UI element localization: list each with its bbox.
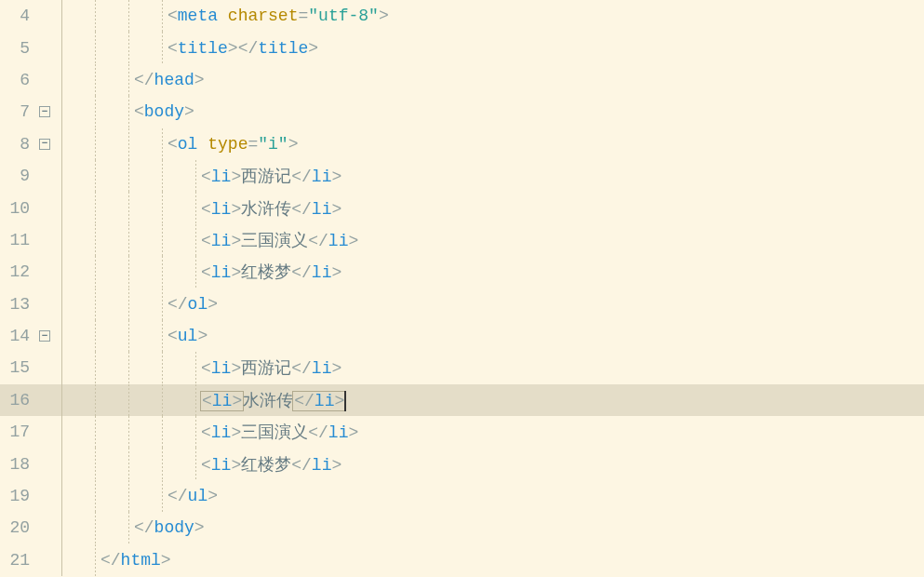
code-line[interactable]: 12<li>红楼梦</li> xyxy=(0,256,924,288)
token-string: "utf-8" xyxy=(308,7,379,25)
token-tag: li xyxy=(211,423,232,442)
code-content[interactable]: <li>红楼梦</li> xyxy=(201,261,341,283)
indent-guide xyxy=(95,32,96,63)
indent-guide xyxy=(95,480,96,512)
token-punct: < xyxy=(167,327,178,345)
indent-guide xyxy=(95,256,96,288)
indent-guides xyxy=(54,288,167,320)
code-content[interactable]: </ol> xyxy=(167,295,218,314)
indent-guide xyxy=(95,160,96,192)
indent-guide xyxy=(95,512,96,543)
token-punct: > xyxy=(331,263,341,282)
token-punct: </ xyxy=(134,518,154,537)
indent-guide xyxy=(162,160,163,192)
token-text: 水浒传 xyxy=(241,200,291,219)
token-tag: li xyxy=(211,232,232,250)
code-line[interactable]: 18<li>红楼梦</li> xyxy=(0,448,924,479)
token-punct: < xyxy=(201,232,211,250)
fold-minus-icon[interactable]: − xyxy=(39,139,50,150)
indent-guide xyxy=(195,352,196,383)
token-punct: </ xyxy=(291,168,312,186)
code-content[interactable]: </head> xyxy=(134,71,205,89)
code-content[interactable]: <ol type="i"> xyxy=(167,135,298,154)
code-content[interactable]: <li>红楼梦</li> xyxy=(201,453,341,476)
code-line[interactable]: 7−<body> xyxy=(0,96,924,127)
fold-minus-icon[interactable]: − xyxy=(39,106,50,117)
code-content[interactable]: <li>三国演义</li> xyxy=(201,421,358,443)
token-punct: < xyxy=(201,200,211,219)
token-punct: </ xyxy=(100,551,121,570)
code-line[interactable]: 20</body> xyxy=(0,512,924,543)
code-content[interactable]: </html> xyxy=(100,551,171,570)
indent-guide xyxy=(128,0,129,32)
token-punct: < xyxy=(201,456,211,475)
code-content[interactable]: <title></title> xyxy=(167,39,318,58)
code-line[interactable]: 11<li>三国演义</li> xyxy=(0,224,924,256)
indent-guide xyxy=(128,512,129,543)
indent-guide xyxy=(195,256,196,288)
line-number: 13 xyxy=(0,295,35,314)
indent-guide xyxy=(195,192,196,223)
code-line[interactable]: 21</html> xyxy=(0,544,924,576)
token-punct: = xyxy=(248,135,258,154)
token-punct: < xyxy=(134,102,144,121)
code-line[interactable]: 13</ol> xyxy=(0,288,924,320)
token-punct: > xyxy=(231,200,241,219)
code-line[interactable]: 15<li>西游记</li> xyxy=(0,352,924,383)
token-punct: > xyxy=(194,518,205,537)
fold-gutter[interactable]: − xyxy=(35,139,54,150)
code-line[interactable]: 4<meta charset="utf-8"> xyxy=(0,0,924,32)
indent-guide xyxy=(128,64,129,96)
indent-guide xyxy=(195,448,196,479)
code-content[interactable]: <li>三国演义</li> xyxy=(201,229,358,251)
code-content[interactable]: <ul> xyxy=(167,327,208,345)
code-line[interactable]: 14−<ul> xyxy=(0,320,924,352)
line-number: 15 xyxy=(0,358,35,377)
line-number: 6 xyxy=(0,71,35,89)
fold-gutter[interactable]: − xyxy=(35,330,54,342)
token-tag: li xyxy=(312,200,332,219)
indent-guide xyxy=(95,320,96,352)
token-punct: > xyxy=(208,487,218,505)
token-tag: li xyxy=(312,263,332,282)
token-tag: li xyxy=(211,263,232,282)
code-content[interactable]: <meta charset="utf-8"> xyxy=(167,7,389,25)
token-punct: > xyxy=(288,135,299,154)
code-line[interactable]: 6</head> xyxy=(0,64,924,96)
code-content[interactable]: <li>西游记</li> xyxy=(201,356,341,379)
code-content[interactable]: <li>水浒传</li> xyxy=(201,197,341,220)
indent-guide xyxy=(128,160,129,192)
token-punct: </ xyxy=(308,423,328,442)
code-content[interactable]: </ul> xyxy=(167,487,218,505)
code-line[interactable]: 19</ul> xyxy=(0,480,924,512)
code-content[interactable]: <body> xyxy=(134,102,194,121)
fold-gutter[interactable]: − xyxy=(35,106,54,117)
code-line[interactable]: 17<li>三国演义</li> xyxy=(0,416,924,448)
token-tag: li xyxy=(312,359,332,378)
token-punct: > xyxy=(208,295,218,314)
code-content[interactable]: </body> xyxy=(134,518,205,537)
code-line[interactable]: 9<li>西游记</li> xyxy=(0,160,924,192)
indent-guides xyxy=(54,192,201,223)
code-line[interactable]: 16<li>水浒传</li> xyxy=(0,384,924,416)
code-content[interactable]: <li>西游记</li> xyxy=(201,165,341,187)
indent-guide xyxy=(61,32,62,63)
token-punct: </ xyxy=(291,200,312,219)
fold-minus-icon[interactable]: − xyxy=(39,330,50,342)
indent-guide xyxy=(61,352,62,383)
code-line[interactable]: 10<li>水浒传</li> xyxy=(0,192,924,223)
token-punct: > xyxy=(331,168,341,186)
token-tag: li xyxy=(212,392,233,410)
indent-guide xyxy=(61,416,62,448)
code-content[interactable]: <li>水浒传</li> xyxy=(201,389,346,411)
token-punct: > xyxy=(231,423,241,442)
indent-guides xyxy=(54,96,134,127)
token-punct: </ xyxy=(291,359,312,378)
token-tag: ol xyxy=(188,295,208,314)
token-punct: </ xyxy=(167,487,188,505)
code-line[interactable]: 5<title></title> xyxy=(0,32,924,63)
code-line[interactable]: 8−<ol type="i"> xyxy=(0,128,924,160)
code-editor[interactable]: 4<meta charset="utf-8">5<title></title>6… xyxy=(0,0,924,577)
token-punct: > xyxy=(331,456,341,475)
line-number: 5 xyxy=(0,39,35,58)
